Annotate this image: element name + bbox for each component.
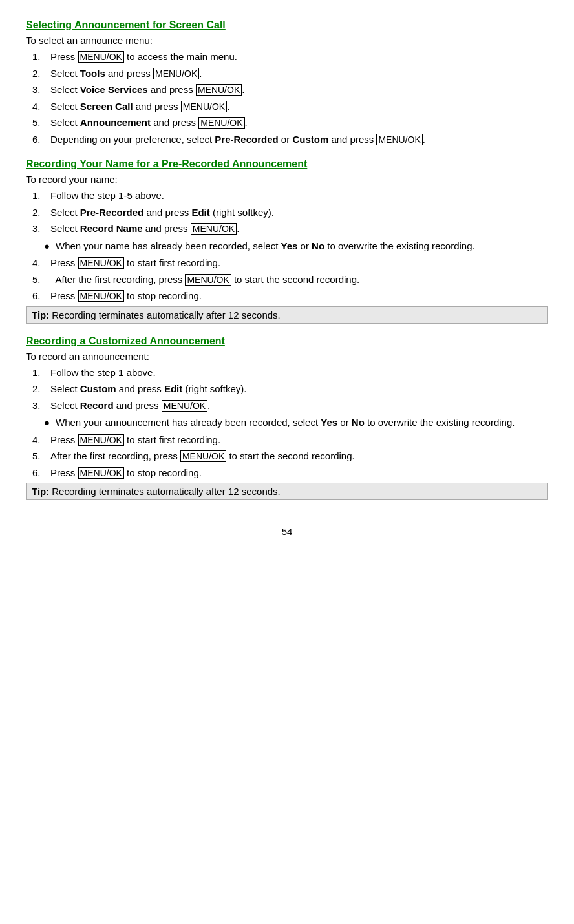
list-item: 2. Select Custom and press Edit (right s… xyxy=(32,382,548,397)
tip-label: Tip: xyxy=(32,310,49,320)
bold-word: Screen Call xyxy=(80,101,133,112)
section2-intro: To record your name: xyxy=(26,174,548,185)
bold-word: Edit xyxy=(164,383,182,394)
list-item: 4. Press MENU/OK to start first recordin… xyxy=(32,256,548,271)
list-item: 1. Follow the step 1 above. xyxy=(32,366,548,381)
list-item: ● When your name has already been record… xyxy=(44,239,548,254)
bold-word: Voice Services xyxy=(80,84,148,95)
list-item: ● When your announcement has already bee… xyxy=(44,415,548,430)
step-num: 4. xyxy=(32,100,50,114)
bold-word: Tools xyxy=(80,68,105,79)
step-text: Select Screen Call and press MENU/OK. xyxy=(50,100,229,114)
menu-ok-key: MENU/OK xyxy=(162,400,207,412)
menu-ok-key: MENU/OK xyxy=(191,223,237,235)
step-num: 3. xyxy=(32,399,50,414)
bold-word: Announcement xyxy=(80,117,151,128)
step-text: Follow the step 1 above. xyxy=(50,366,156,381)
tip-box-2: Tip: Recording terminates automatically … xyxy=(26,483,548,500)
step-text: Select Announcement and press MENU/OK. xyxy=(50,116,248,131)
step-text: Select Record Name and press MENU/OK. xyxy=(50,222,239,236)
section3-steps: 1. Follow the step 1 above. 2. Select Cu… xyxy=(32,366,548,414)
step-num: 2. xyxy=(32,67,50,81)
list-item: 6. Press MENU/OK to stop recording. xyxy=(32,289,548,304)
bold-word: Yes xyxy=(281,240,298,251)
bold-word: Custom xyxy=(292,134,328,145)
section-recording-customized: Recording a Customized Announcement To r… xyxy=(26,335,548,501)
step-num: 1. xyxy=(32,366,50,381)
menu-ok-key: MENU/OK xyxy=(78,51,124,63)
list-item: 2. Select Tools and press MENU/OK. xyxy=(32,67,548,81)
step-num: 5. xyxy=(32,116,50,131)
list-item: 4. Select Screen Call and press MENU/OK. xyxy=(32,100,548,114)
page-footer: 54 xyxy=(26,526,548,537)
step-text: After the first recording, press MENU/OK… xyxy=(50,449,355,464)
step-num: 3. xyxy=(32,83,50,98)
menu-ok-key: MENU/OK xyxy=(198,117,244,129)
list-item: 5. After the first recording, press MENU… xyxy=(32,273,548,288)
step-num: 2. xyxy=(32,205,50,220)
bold-word: Pre-Recorded xyxy=(80,207,144,218)
section-recording-name: Recording Your Name for a Pre-Recorded A… xyxy=(26,158,548,324)
section1-steps: 1. Press MENU/OK to access the main menu… xyxy=(32,50,548,147)
step-text: Select Custom and press Edit (right soft… xyxy=(50,382,246,397)
section2-bullets: ● When your name has already been record… xyxy=(44,239,548,254)
step-num: 1. xyxy=(32,50,50,65)
step-text: Depending on your preference, select Pre… xyxy=(50,132,425,147)
menu-ok-key: MENU/OK xyxy=(78,290,124,302)
menu-ok-key: MENU/OK xyxy=(78,257,124,269)
menu-ok-key: MENU/OK xyxy=(376,134,422,145)
page-number: 54 xyxy=(282,526,293,537)
list-item: 3. Select Record Name and press MENU/OK. xyxy=(32,222,548,236)
section2-steps-cont: 4. Press MENU/OK to start first recordin… xyxy=(32,256,548,304)
section3-bullets: ● When your announcement has already bee… xyxy=(44,415,548,430)
list-item: 5. Select Announcement and press MENU/OK… xyxy=(32,116,548,131)
list-item: 1. Follow the step 1-5 above. xyxy=(32,189,548,204)
section3-title: Recording a Customized Announcement xyxy=(26,335,548,347)
section1-title: Selecting Announcement for Screen Call xyxy=(26,19,548,31)
list-item: 3. Select Voice Services and press MENU/… xyxy=(32,83,548,98)
step-num: 5. xyxy=(32,449,50,464)
step-text: When your name has already been recorded… xyxy=(56,239,475,254)
list-item: 3. Select Record and press MENU/OK. xyxy=(32,399,548,414)
tip-text-2: Recording terminates automatically after… xyxy=(52,486,281,497)
step-text: Select Tools and press MENU/OK. xyxy=(50,67,202,81)
menu-ok-key: MENU/OK xyxy=(180,450,226,462)
menu-ok-key: MENU/OK xyxy=(78,434,124,446)
step-text: Select Pre-Recorded and press Edit (righ… xyxy=(50,205,274,220)
bold-word: Custom xyxy=(80,383,116,394)
section2-steps: 1. Follow the step 1-5 above. 2. Select … xyxy=(32,189,548,236)
section1-intro: To select an announce menu: xyxy=(26,35,548,46)
step-text: Press MENU/OK to start first recording. xyxy=(50,433,220,448)
step-text: Select Record and press MENU/OK. xyxy=(50,399,210,414)
tip-box: Tip: Recording terminates automatically … xyxy=(26,306,548,324)
step-num: 5. xyxy=(32,273,50,288)
step-text: When your announcement has already been … xyxy=(56,415,515,430)
section-selecting-announcement: Selecting Announcement for Screen Call T… xyxy=(26,19,548,147)
bold-word: Pre-Recorded xyxy=(215,134,278,145)
step-text: Select Voice Services and press MENU/OK. xyxy=(50,83,244,98)
list-item: 2. Select Pre-Recorded and press Edit (r… xyxy=(32,205,548,220)
step-num: 3. xyxy=(32,222,50,236)
step-num: 2. xyxy=(32,382,50,397)
step-num: 6. xyxy=(32,132,50,147)
list-item: 1. Press MENU/OK to access the main menu… xyxy=(32,50,548,65)
tip-label-2: Tip: xyxy=(32,486,49,497)
menu-ok-key: MENU/OK xyxy=(153,68,199,79)
step-text: After the first recording, press MENU/OK… xyxy=(50,273,359,288)
menu-ok-key: MENU/OK xyxy=(78,467,124,479)
step-num: 4. xyxy=(32,433,50,448)
bold-word: Record Name xyxy=(80,223,143,234)
list-item: 6. Depending on your preference, select … xyxy=(32,132,548,147)
bold-word: No xyxy=(352,417,365,428)
menu-ok-key: MENU/OK xyxy=(181,101,227,112)
step-num: 6. xyxy=(32,289,50,304)
bold-word: Record xyxy=(80,400,114,411)
step-text: Follow the step 1-5 above. xyxy=(50,189,164,204)
bullet-sym: ● xyxy=(44,415,56,430)
list-item: 6. Press MENU/OK to stop recording. xyxy=(32,466,548,481)
tip-text: Recording terminates automatically after… xyxy=(52,310,281,320)
menu-ok-key: MENU/OK xyxy=(196,84,242,96)
list-item: 5. After the first recording, press MENU… xyxy=(32,449,548,464)
step-num: 1. xyxy=(32,189,50,204)
step-text: Press MENU/OK to access the main menu. xyxy=(50,50,237,65)
